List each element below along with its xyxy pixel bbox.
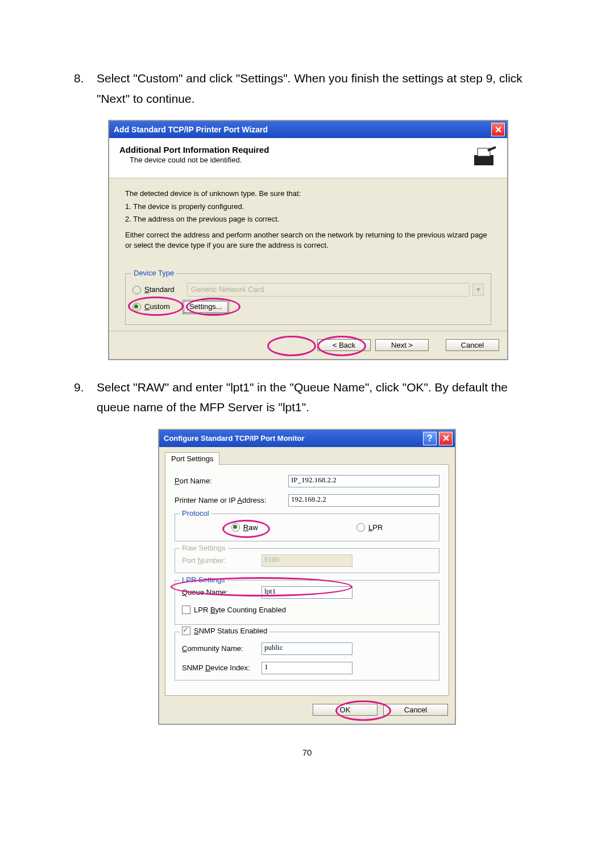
port-number-input: 9100 [262, 554, 352, 567]
raw-settings-group: Raw Settings Port Number: Port Number: 9… [175, 548, 439, 573]
settings-button[interactable]: Settings... [182, 300, 229, 314]
printer-icon [471, 145, 497, 171]
instruction-step-8: 8. Select "Custom" and click "Settings".… [74, 68, 540, 108]
cancel-button[interactable]: Cancel [446, 339, 499, 351]
raw-settings-legend: Raw Settings [180, 544, 228, 552]
tab-port-settings[interactable]: Port Settings [165, 452, 219, 465]
body-paragraph: Either correct the address and perform a… [125, 230, 491, 251]
standard-dropdown: Generic Network Card [187, 283, 470, 297]
step-9-text: Select "RAW" and enter "lpt1" in the "Qu… [97, 377, 540, 418]
queue-name-input[interactable]: lpt1 [262, 586, 352, 599]
chevron-down-icon: ▾ [472, 283, 484, 296]
add-printer-port-wizard: Add Standard TCP/IP Printer Port Wizard … [108, 120, 508, 360]
device-type-group: Device Type SStandardtandard Generic Net… [125, 273, 491, 324]
radio-lpr-label: LPR [368, 523, 383, 532]
radio-raw[interactable] [231, 523, 240, 532]
radio-custom[interactable] [132, 303, 141, 311]
wizard-body: The detected device is of unknown type. … [109, 178, 507, 330]
svg-rect-0 [474, 155, 493, 165]
wizard-header-title: Additional Port Information Required [119, 145, 471, 155]
queue-name-label: Queue Name: [182, 588, 262, 596]
lpr-settings-legend: LPR Settings [180, 575, 227, 584]
wizard-title: Add Standard TCP/IP Printer Port Wizard [114, 125, 491, 134]
radio-lpr[interactable] [356, 523, 365, 532]
port-name-input[interactable]: IP_192.168.2.2 [288, 475, 439, 487]
radio-raw-label: Raw [243, 523, 258, 532]
next-button[interactable]: Next > [375, 339, 429, 351]
back-button[interactable]: < Back [317, 339, 371, 351]
snmp-group: SNMP Status Enabled SNMP Status Enabled … [175, 632, 439, 681]
lpr-byte-label: LPR Byte Counting Enabled [194, 606, 286, 614]
step-8-number: 8. [74, 68, 97, 108]
dialog-footer: OK Cancel [159, 696, 455, 724]
checkbox-lpr-byte-counting[interactable] [182, 606, 190, 614]
checkbox-snmp-status[interactable] [182, 627, 190, 635]
configure-port-monitor-dialog: Configure Standard TCP/IP Port Monitor ?… [158, 429, 456, 725]
wizard-titlebar: Add Standard TCP/IP Printer Port Wizard … [109, 121, 507, 138]
wizard-header-subtitle: The device could not be identified. [119, 156, 471, 164]
port-name-label: Port Name: [175, 477, 288, 485]
snmp-device-index-input[interactable]: 1 [262, 662, 352, 674]
dialog-title: Configure Standard TCP/IP Port Monitor [164, 434, 423, 443]
protocol-group: Protocol Raw Raw LPR LPR [175, 514, 439, 541]
close-icon[interactable]: ✕ [439, 432, 453, 445]
body-line-1: The detected device is of unknown type. … [125, 189, 491, 199]
cancel-button[interactable]: Cancel [383, 704, 448, 716]
printer-address-input[interactable]: 192.168.2.2 [288, 494, 439, 507]
step-8-text: Select "Custom" and click "Settings". Wh… [97, 68, 540, 108]
close-icon[interactable]: ✕ [491, 123, 505, 136]
dialog-titlebar: Configure Standard TCP/IP Port Monitor ?… [159, 430, 455, 447]
instruction-step-9: 9. Select "RAW" and enter "lpt1" in the … [74, 377, 540, 418]
page-number: 70 [74, 748, 540, 757]
community-name-label: Community Name: [182, 644, 262, 653]
radio-custom-label: Custom [144, 302, 170, 312]
lpr-settings-group: LPR Settings Queue Name: Queue Name: lpt… [175, 580, 439, 625]
community-name-input[interactable]: public [262, 642, 352, 655]
snmp-device-index-label: SNMP Device Index: [182, 663, 262, 672]
printer-address-label: Printer Name or IP Address: [175, 496, 288, 504]
port-number-label: Port Number: [182, 556, 262, 565]
wizard-footer: < Back Next > Cancel [109, 331, 507, 359]
step-9-number: 9. [74, 377, 97, 418]
help-icon[interactable]: ? [423, 432, 437, 445]
body-line-2: 1. The device is properly configured. [125, 202, 491, 212]
wizard-header: Additional Port Information Required The… [109, 138, 507, 178]
protocol-legend: Protocol [180, 509, 211, 518]
device-type-legend: Device Type [131, 268, 176, 278]
radio-standard[interactable] [132, 286, 141, 294]
radio-standard-label: SStandardtandard [144, 285, 175, 295]
snmp-status-label: SNMP Status Enabled [194, 627, 267, 635]
ok-button[interactable]: OK [313, 704, 377, 716]
body-line-3: 2. The address on the previous page is c… [125, 214, 491, 224]
